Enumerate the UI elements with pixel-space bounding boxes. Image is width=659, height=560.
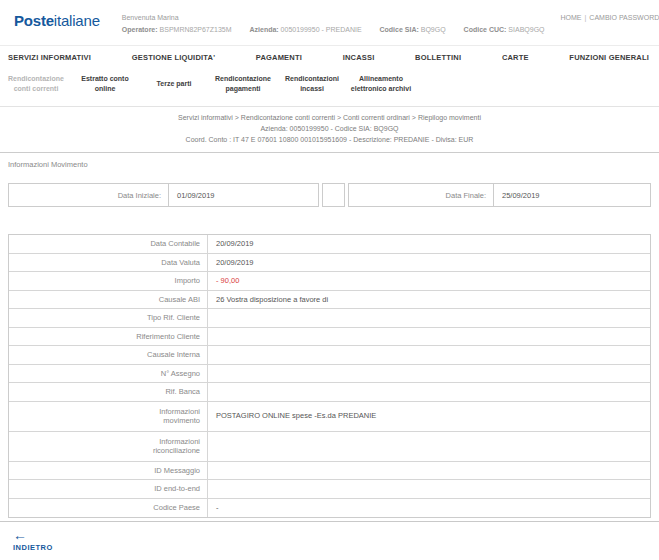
breadcrumb-block: Servizi informativi > Rendicontazione co… xyxy=(0,107,659,153)
row-value xyxy=(208,346,650,364)
logo-text-bold: Poste xyxy=(14,12,54,29)
row-value xyxy=(208,309,650,327)
row-value xyxy=(208,480,650,498)
data-finale-label: Data Finale: xyxy=(349,184,494,206)
table-row-informazioni-riconciliazione: Informazioni riconciliazione xyxy=(9,432,650,462)
row-value: - xyxy=(208,499,650,518)
row-label: Riferimento Cliente xyxy=(136,332,200,342)
table-row-rif-banca: Rif. Banca xyxy=(9,383,650,402)
nav-pagamenti[interactable]: PAGAMENTI xyxy=(256,53,302,62)
table-row-data-valuta: Data Valuta 20/09/2019 xyxy=(9,254,650,273)
date-filter-row: Data Iniziale: 01/09/2019 Data Finale: 2… xyxy=(8,183,651,207)
nav-bollettini[interactable]: BOLLETTINI xyxy=(415,53,461,62)
poste-italiane-logo[interactable]: Posteitaliane xyxy=(14,12,100,30)
row-label: Rif. Banca xyxy=(165,387,200,397)
codice-sia-value: BQ9GQ xyxy=(421,26,446,33)
indietro-button[interactable]: ← INDIETRO xyxy=(13,529,53,552)
table-row-id-messaggio: ID Messaggio xyxy=(9,462,650,481)
row-value: 26 Vostra disposizione a favore di xyxy=(208,291,650,309)
data-iniziale-label: Data Iniziale: xyxy=(9,184,169,206)
row-value xyxy=(208,365,650,383)
row-label: Informazioni riconciliazione xyxy=(128,437,200,456)
movement-detail-table: Data Contabile 20/09/2019 Data Valuta 20… xyxy=(8,234,651,518)
table-row-causale-interna: Causale Interna xyxy=(9,346,650,365)
codice-cuc-label: Codice CUC: xyxy=(464,26,507,33)
table-row-causale-abi: Causale ABI 26 Vostra disposizione a fav… xyxy=(9,291,650,310)
table-row-informazioni-movimento: Informazioni movimento POSTAGIRO ONLINE … xyxy=(9,402,650,432)
subnav-terze-parti[interactable]: Terze parti xyxy=(141,79,207,89)
operator-label: Operatore: xyxy=(122,26,158,33)
nav-funzioni-generali[interactable]: FUNZIONI GENERALI xyxy=(569,53,649,62)
subnav-rendicontazione-pagamenti[interactable]: Rendicontazione pagamenti xyxy=(210,74,276,93)
row-value: 20/09/2019 xyxy=(208,254,650,272)
data-iniziale-box: Data Iniziale: 01/09/2019 xyxy=(8,183,319,207)
page-title: Informazioni Movimento xyxy=(8,160,659,169)
sub-nav: Rendicontazione conti correnti Estratto … xyxy=(0,67,659,107)
indietro-label: INDIETRO xyxy=(13,543,53,552)
operator-value: BSPMRN82P67Z135M xyxy=(160,26,232,33)
row-value: POSTAGIRO ONLINE spese -Es.da PREDANIE xyxy=(208,402,650,431)
subnav-rendicontazione-conti-correnti[interactable]: Rendicontazione conti correnti xyxy=(3,74,69,93)
table-row-riferimento-cliente: Riferimento Cliente xyxy=(9,328,650,347)
footer-bar: ← INDIETRO xyxy=(0,521,659,560)
table-row-codice-paese: Codice Paese - xyxy=(9,499,650,518)
main-nav: SERVIZI INFORMATIVI GESTIONE LIQUIDITA' … xyxy=(0,46,659,67)
table-row-data-contabile: Data Contabile 20/09/2019 xyxy=(9,235,650,254)
welcome-text: Benvenuta Marina xyxy=(122,12,561,24)
codice-cuc-value: SIABQ9GQ xyxy=(508,26,544,33)
row-label: ID end-to-end xyxy=(154,484,200,494)
breadcrumb-azienda-line: Azienda: 0050199950 - Codice SIA: BQ9GQ xyxy=(0,123,659,134)
codice-sia-label: Codice SIA: xyxy=(380,26,419,33)
table-row-tipo-rif-cliente: Tipo Rif. Cliente xyxy=(9,309,650,328)
user-info-block: Benvenuta Marina Operatore: BSPMRN82P67Z… xyxy=(122,12,561,36)
date-spacer-cell xyxy=(322,183,345,207)
data-iniziale-value: 01/09/2019 xyxy=(169,184,215,206)
subnav-estratto-conto-online[interactable]: Estratto conto online xyxy=(72,74,138,93)
nav-incassi[interactable]: INCASSI xyxy=(343,53,375,62)
subnav-allineamento-elettronico-archivi[interactable]: Allineamento elettronico archivi xyxy=(348,74,414,93)
row-label: Importo xyxy=(175,276,200,286)
row-label: ID Messaggio xyxy=(154,466,200,476)
operator-line: Operatore: BSPMRN82P67Z135M Azienda: 005… xyxy=(122,24,561,36)
back-arrow-icon: ← xyxy=(13,529,53,541)
session-links: HOME|CAMBIO PASSWORD|ESCI xyxy=(561,12,659,21)
row-value: 20/09/2019 xyxy=(208,235,650,253)
data-finale-value: 25/09/2019 xyxy=(494,184,540,206)
data-finale-box: Data Finale: 25/09/2019 xyxy=(348,183,651,207)
nav-gestione-liquidita[interactable]: GESTIONE LIQUIDITA' xyxy=(132,53,215,62)
azienda-value: 0050199950 - PREDANIE xyxy=(281,26,362,33)
logo-text-regular: italiane xyxy=(54,12,100,29)
azienda-label: Azienda: xyxy=(249,26,278,33)
home-link[interactable]: HOME xyxy=(561,14,582,21)
row-label: Codice Paese xyxy=(153,503,200,513)
subnav-rendicontazioni-incassi[interactable]: Rendicontazioni incassi xyxy=(279,74,345,93)
row-label: N° Assegno xyxy=(161,369,200,379)
row-label: Causale Interna xyxy=(147,350,200,360)
row-value xyxy=(208,462,650,480)
table-row-importo: Importo - 90,00 xyxy=(9,272,650,291)
row-label: Informazioni movimento xyxy=(128,407,200,426)
row-label: Data Valuta xyxy=(161,258,200,268)
row-label: Tipo Rif. Cliente xyxy=(147,313,200,323)
nav-carte[interactable]: CARTE xyxy=(502,53,529,62)
row-label: Data Contabile xyxy=(150,239,200,249)
cambio-password-link[interactable]: CAMBIO PASSWORD xyxy=(589,14,659,21)
table-row-id-end-to-end: ID end-to-end xyxy=(9,480,650,499)
link-separator: | xyxy=(585,14,587,21)
row-value xyxy=(208,328,650,346)
breadcrumb-conto-line: Coord. Conto : IT 47 E 07601 10800 00101… xyxy=(0,134,659,145)
breadcrumb[interactable]: Servizi informativi > Rendicontazione co… xyxy=(0,112,659,123)
row-value xyxy=(208,383,650,401)
row-value xyxy=(208,432,650,461)
page-header: Posteitaliane Benvenuta Marina Operatore… xyxy=(0,0,659,46)
importo-value: - 90,00 xyxy=(208,272,650,290)
row-label: Causale ABI xyxy=(159,295,200,305)
table-row-n-assegno: N° Assegno xyxy=(9,365,650,384)
nav-servizi-informativi[interactable]: SERVIZI INFORMATIVI xyxy=(8,53,91,62)
